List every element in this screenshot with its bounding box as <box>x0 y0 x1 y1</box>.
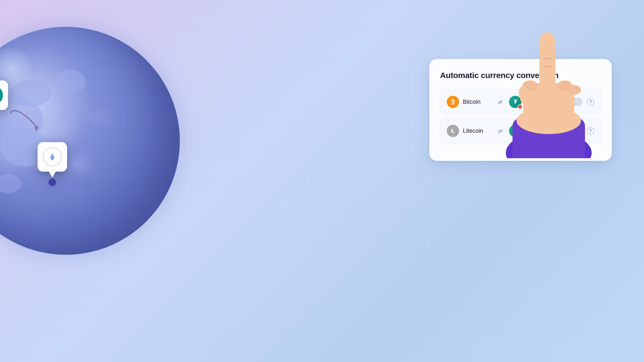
svg-point-10 <box>568 85 581 95</box>
svg-point-7 <box>539 32 555 51</box>
pointing-hand <box>502 24 596 158</box>
bitcoin-icon: ₿ <box>447 96 459 108</box>
tether-icon: ₮ <box>0 86 3 105</box>
litecoin-left: Ł Litecoin <box>447 125 492 137</box>
ethereum-pin-badge <box>38 142 67 186</box>
litecoin-icon: Ł <box>447 125 459 137</box>
litecoin-name: Litecoin <box>463 127 483 134</box>
ethereum-icon <box>43 147 62 167</box>
svg-marker-0 <box>34 127 39 131</box>
bitcoin-name: Bitcoin <box>463 98 481 105</box>
tether-pin-badge: ₮ <box>0 80 8 124</box>
globe <box>0 27 180 255</box>
globe-container: ₮ <box>0 27 193 268</box>
bitcoin-left: ₿ Bitcoin <box>447 96 492 108</box>
curved-arrow-decoration <box>5 107 43 134</box>
conversion-card: Automatic currency conversion ₿ Bitcoin … <box>429 59 612 161</box>
